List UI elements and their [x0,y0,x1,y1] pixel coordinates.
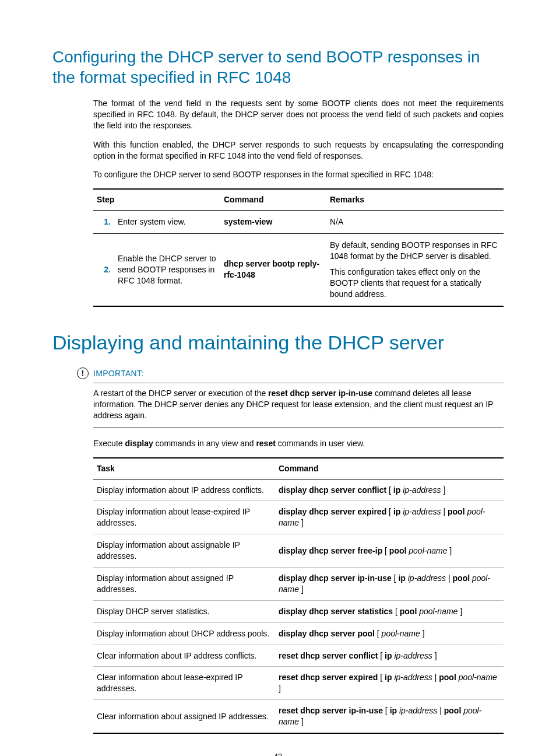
task-command: display dhcp server statistics [ pool po… [275,600,504,622]
task-command: reset dhcp server expired [ ip ip-addres… [275,667,504,700]
section-heading-bootp: Configuring the DHCP server to send BOOT… [52,47,504,88]
table-row: Display DHCP server statistics.display d… [93,600,504,622]
col-task: Task [93,458,275,479]
step-number: 2. [93,234,114,306]
col-remarks: Remarks [326,189,504,210]
col-step: Step [93,189,220,210]
task-desc: Display information about lease-expired … [93,501,275,534]
tasks-table: Task Command Display information about I… [93,457,504,734]
task-desc: Display information about IP address con… [93,479,275,501]
step-command: system-view [220,211,326,234]
task-command: display dhcp server free-ip [ pool pool-… [275,534,504,568]
paragraph: To configure the DHCP server to send BOO… [93,169,504,180]
step-remarks: By default, sending BOOTP responses in R… [326,234,504,306]
task-desc: Display information about assigned IP ad… [93,567,275,600]
important-icon: ! [77,368,89,379]
table-row: 2. Enable the DHCP server to send BOOTP … [93,234,504,306]
paragraph: With this function enabled, the DHCP ser… [93,139,504,162]
task-desc: Clear information about IP address confl… [93,645,275,667]
paragraph: Execute display commands in any view and… [93,438,504,449]
task-command: display dhcp server ip-in-use [ ip ip-ad… [275,567,504,600]
table-row: Clear information about IP address confl… [93,645,504,667]
page-number: 43 [52,751,504,756]
section-heading-display-maintain: Displaying and maintaining the DHCP serv… [52,330,504,355]
table-row: Display information about lease-expired … [93,501,504,534]
task-desc: Display information about DHCP address p… [93,622,275,645]
important-text: A restart of the DHCP server or executio… [93,388,268,398]
steps-table: Step Command Remarks 1. Enter system vie… [93,188,504,306]
col-command: Command [220,189,326,210]
table-row: Clear information about assigned IP addr… [93,700,504,733]
table-row: 1. Enter system view. system-view N/A [93,211,504,234]
task-command: reset dhcp server conflict [ ip ip-addre… [275,645,504,667]
task-command: display dhcp server pool [ pool-name ] [275,622,504,645]
step-remarks: N/A [326,211,504,234]
table-row: Display information about DHCP address p… [93,622,504,645]
task-desc: Clear information about assigned IP addr… [93,700,275,733]
table-row: Clear information about lease-expired IP… [93,667,504,700]
step-command: dhcp server bootp reply-rfc-1048 [220,234,326,306]
table-row: Display information about assignable IP … [93,534,504,568]
task-desc: Display DHCP server statistics. [93,600,275,622]
task-command: display dhcp server conflict [ ip ip-add… [275,479,504,501]
table-row: Display information about IP address con… [93,479,504,501]
table-row: Display information about assigned IP ad… [93,567,504,600]
step-desc: Enable the DHCP server to send BOOTP res… [114,234,220,306]
step-number: 1. [93,211,114,234]
task-desc: Display information about assignable IP … [93,534,275,568]
task-command: display dhcp server expired [ ip ip-addr… [275,501,504,534]
task-command: reset dhcp server ip-in-use [ ip ip-addr… [275,700,504,733]
task-desc: Clear information about lease-expired IP… [93,667,275,700]
important-text: reset dhcp server ip-in-use [268,388,372,398]
step-desc: Enter system view. [114,211,220,234]
important-label: ! IMPORTANT: [77,368,504,379]
col-command: Command [275,458,504,479]
paragraph: The format of the vend field in the requ… [93,98,504,131]
